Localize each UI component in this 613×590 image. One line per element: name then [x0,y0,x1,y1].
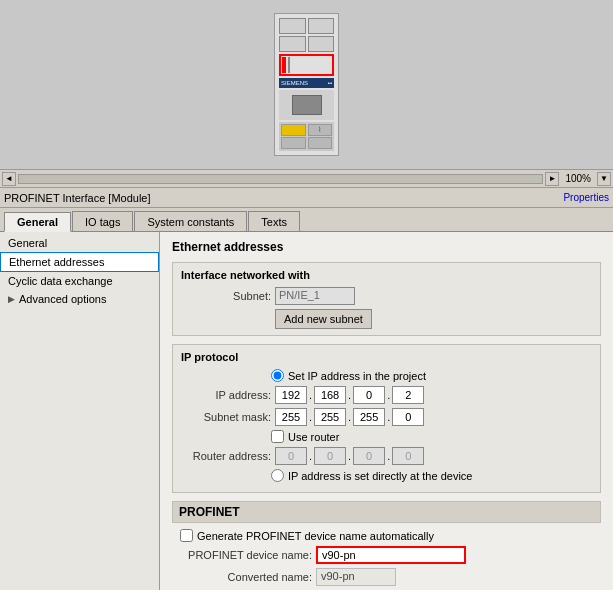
mask-part-1[interactable] [275,408,307,426]
device-area: SIEMENS •• ⌇ [0,0,613,170]
sidebar-label-ethernet: Ethernet addresses [9,256,104,268]
device-radio[interactable] [271,469,284,482]
pn-device-name-input[interactable]: v90-pn [316,546,466,564]
mask-sep-1: . [309,411,312,423]
scroll-right-btn[interactable]: ► [545,172,559,186]
slot-3 [279,36,306,52]
router-part-1[interactable] [275,447,307,465]
tab-io-tags[interactable]: IO tags [72,211,133,231]
pn-converted-name-row: Converted name: v90-pn [172,568,601,586]
module-title: PROFINET Interface [Module] [4,192,151,204]
sidebar-item-cyclic[interactable]: Cyclic data exchange [0,272,159,290]
ip-sep-2: . [348,389,351,401]
ip-address-group: . . . [275,386,424,404]
siemens-label: SIEMENS [281,80,308,86]
pn-converted-value: v90-pn [316,568,396,586]
set-ip-radio[interactable] [271,369,284,382]
siemens-dots: •• [328,80,332,86]
main-content: General Ethernet addresses Cyclic data e… [0,232,613,590]
interface-networked-section: Interface networked with Subnet: PN/IE_1… [172,262,601,336]
device-row-2 [281,137,332,149]
tab-system-constants[interactable]: System constants [134,211,247,231]
router-part-2[interactable] [314,447,346,465]
mask-sep-2: . [348,411,351,423]
device-bottom: ⌇ [279,122,334,151]
green-slot-left [282,57,286,73]
scrollbar-area[interactable]: ◄ ► 100% ▼ [0,170,613,188]
sidebar-label-advanced: Advanced options [19,293,106,305]
use-router-checkbox[interactable] [271,430,284,443]
sidebar-item-general[interactable]: General [0,234,159,252]
scroll-track[interactable] [18,174,543,184]
ip-part-3[interactable] [353,386,385,404]
subnet-label: Subnet: [181,290,271,302]
sidebar-label-general: General [8,237,47,249]
ip-address-label: IP address: [181,389,271,401]
properties-link[interactable]: Properties [563,192,609,203]
router-part-4[interactable] [392,447,424,465]
tab-general[interactable]: General [4,212,71,232]
sidebar-item-ethernet[interactable]: Ethernet addresses [0,252,159,272]
router-sep-1: . [309,450,312,462]
tabs-bar: General IO tags System constants Texts [0,208,613,232]
highlighted-slot-row [279,54,334,76]
slot-1 [279,18,306,34]
device-middle [279,90,334,120]
ip-part-2[interactable] [314,386,346,404]
generate-pn-row[interactable]: Generate PROFINET device name automatica… [172,529,601,542]
device-radio-row[interactable]: IP address is set directly at the device [181,469,592,482]
scroll-left-btn[interactable]: ◄ [2,172,16,186]
subnet-value: PN/IE_1 [275,287,355,305]
ip-sep-3: . [387,389,390,401]
cell-2b [308,137,333,149]
generate-pn-checkbox[interactable] [180,529,193,542]
pn-device-name-label: PROFINET device name: [172,549,312,561]
cell-connector: ⌇ [308,124,333,136]
sidebar-item-advanced[interactable]: ▶ Advanced options [0,290,159,308]
use-router-label: Use router [288,431,339,443]
device-slots [279,18,334,52]
router-address-row: Router address: . . . [181,447,592,465]
advanced-arrow: ▶ [8,294,15,304]
slot-2 [308,18,335,34]
cell-2a [281,137,306,149]
subnet-mask-row: Subnet mask: . . . [181,408,592,426]
mask-sep-3: . [387,411,390,423]
ip-part-4[interactable] [392,386,424,404]
profinet-section: PROFINET Generate PROFINET device name a… [172,501,601,586]
router-part-3[interactable] [353,447,385,465]
siemens-bar: SIEMENS •• [279,78,334,88]
generate-pn-label: Generate PROFINET device name automatica… [197,530,434,542]
tab-texts[interactable]: Texts [248,211,300,231]
ip-protocol-title: IP protocol [181,351,592,363]
ip-part-1[interactable] [275,386,307,404]
ip-protocol-section: IP protocol Set IP address in the projec… [172,344,601,493]
subnet-mask-label: Subnet mask: [181,411,271,423]
add-subnet-btn[interactable]: Add new subnet [275,309,372,329]
mask-part-3[interactable] [353,408,385,426]
router-address-label: Router address: [181,450,271,462]
mask-part-2[interactable] [314,408,346,426]
title-bar: PROFINET Interface [Module] Properties [0,188,613,208]
router-sep-2: . [348,450,351,462]
scroll-percentage: 100% [561,173,595,184]
set-ip-label: Set IP address in the project [288,370,426,382]
use-router-row[interactable]: Use router [181,430,592,443]
device-row-1: ⌇ [281,124,332,136]
section-title: Ethernet addresses [172,240,601,254]
router-sep-3: . [387,450,390,462]
cell-yellow [281,124,306,136]
router-address-group: . . . [275,447,424,465]
mask-part-4[interactable] [392,408,424,426]
scroll-down-btn[interactable]: ▼ [597,172,611,186]
sidebar-label-cyclic: Cyclic data exchange [8,275,113,287]
subnet-row: Subnet: PN/IE_1 [181,287,592,305]
subnet-mask-group: . . . [275,408,424,426]
sidebar: General Ethernet addresses Cyclic data e… [0,232,160,590]
interface-networked-title: Interface networked with [181,269,592,281]
ip-sep-1: . [309,389,312,401]
slot-4 [308,36,335,52]
profinet-title: PROFINET [172,501,601,523]
set-ip-radio-row[interactable]: Set IP address in the project [181,369,592,382]
device-radio-label: IP address is set directly at the device [288,470,472,482]
